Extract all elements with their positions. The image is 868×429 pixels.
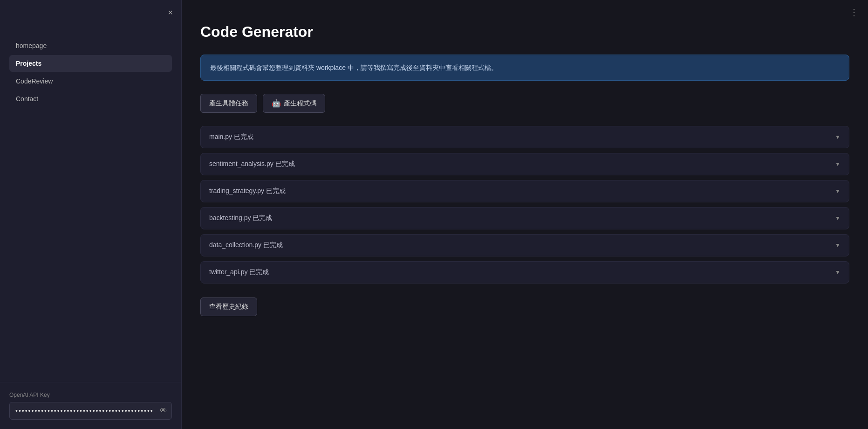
more-options-button[interactable]: ⋮ (849, 7, 859, 18)
main-content: ⋮ Code Generator 最後相關程式碼會幫您整理到資料夾 workpl… (182, 0, 868, 429)
generate-code-label: 產生程式碼 (284, 99, 316, 108)
file-accordion: trading_strategy.py 已完成▼ (200, 180, 849, 202)
file-name: backtesting.py 已完成 (209, 214, 272, 222)
generate-task-button[interactable]: 產生具體任務 (200, 94, 257, 113)
chevron-down-icon: ▼ (835, 134, 841, 140)
file-accordion-header[interactable]: main.py 已完成▼ (201, 126, 849, 148)
more-icon: ⋮ (849, 7, 859, 17)
robot-icon: 🤖 (272, 99, 281, 108)
file-accordion-header[interactable]: backtesting.py 已完成▼ (201, 208, 849, 229)
info-banner: 最後相關程式碼會幫您整理到資料夾 workplace 中，請等我撰寫完成後至資料… (200, 55, 849, 81)
history-button[interactable]: 查看歷史紀錄 (200, 298, 257, 316)
generate-code-button[interactable]: 🤖 產生程式碼 (263, 94, 325, 113)
api-key-toggle-button[interactable]: 👁 (160, 407, 167, 415)
file-name: trading_strategy.py 已完成 (209, 187, 286, 195)
page-title: Code Generator (200, 23, 849, 41)
file-accordion-header[interactable]: trading_strategy.py 已完成▼ (201, 180, 849, 202)
api-key-input[interactable] (9, 402, 172, 420)
file-name: sentiment_analysis.py 已完成 (209, 160, 295, 168)
sidebar-item-homepage[interactable]: homepage (9, 37, 172, 54)
sidebar-item-codereview[interactable]: CodeReview (9, 73, 172, 90)
file-accordion-header[interactable]: twitter_api.py 已完成▼ (201, 262, 849, 283)
sidebar-item-contact[interactable]: Contact (9, 90, 172, 107)
file-name: twitter_api.py 已完成 (209, 268, 269, 277)
chevron-down-icon: ▼ (835, 161, 841, 167)
api-key-section: OpenAI API Key 👁 (0, 382, 181, 429)
api-key-label: OpenAI API Key (9, 392, 172, 398)
sidebar-nav: homepageProjectsCodeReviewContact (0, 0, 181, 382)
sidebar: × homepageProjectsCodeReviewContact Open… (0, 0, 182, 429)
file-accordion: backtesting.py 已完成▼ (200, 207, 849, 229)
file-accordion-header[interactable]: sentiment_analysis.py 已完成▼ (201, 153, 849, 175)
generate-task-label: 產生具體任務 (209, 99, 248, 108)
close-button[interactable]: × (166, 7, 175, 19)
file-name: main.py 已完成 (209, 133, 253, 141)
file-accordion: sentiment_analysis.py 已完成▼ (200, 153, 849, 175)
eye-icon: 👁 (160, 407, 167, 415)
file-accordion: main.py 已完成▼ (200, 126, 849, 148)
file-accordion: twitter_api.py 已完成▼ (200, 261, 849, 284)
sidebar-item-projects[interactable]: Projects (9, 55, 172, 72)
file-accordion: data_collection.py 已完成▼ (200, 234, 849, 256)
chevron-down-icon: ▼ (835, 269, 841, 276)
chevron-down-icon: ▼ (835, 242, 841, 249)
action-buttons: 產生具體任務 🤖 產生程式碼 (200, 94, 849, 113)
file-accordion-header[interactable]: data_collection.py 已完成▼ (201, 235, 849, 256)
api-key-input-wrapper: 👁 (9, 402, 172, 420)
chevron-down-icon: ▼ (835, 215, 841, 221)
file-name: data_collection.py 已完成 (209, 241, 283, 249)
files-list: main.py 已完成▼sentiment_analysis.py 已完成▼tr… (200, 126, 849, 284)
chevron-down-icon: ▼ (835, 188, 841, 194)
